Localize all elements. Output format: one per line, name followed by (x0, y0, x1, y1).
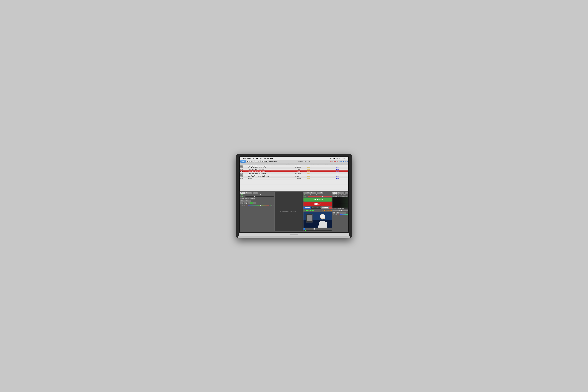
table-row[interactable]: Take 01_A LM_EP06_Randal-Casaer_NL... 00… (240, 165, 348, 167)
speed-reverse-icon: ◀► (246, 204, 247, 206)
take-button[interactable]: Take (240, 178, 243, 179)
goto20-button[interactable]: Goto 20 (310, 192, 316, 194)
goto-out-button[interactable]: Goto Out (246, 200, 251, 202)
file-path: Us: > ST: > De: > On: > 03 LM_EP03_Krist… (332, 194, 348, 195)
fade-in-value: +0.00 (338, 208, 341, 209)
pause-button[interactable]: || (248, 202, 250, 204)
window-menu[interactable]: Window (264, 158, 269, 159)
slider1-track[interactable] (247, 194, 274, 195)
tab-main-right[interactable]: Main (332, 192, 337, 194)
laptop:  PlaybackPro Plus File Edit Window Help… (236, 154, 352, 238)
tab-geometry-left[interactable]: Geometry (245, 192, 252, 194)
goto30-button[interactable]: Goto 30 (316, 192, 323, 194)
play-button[interactable]: > (250, 202, 253, 204)
table-row[interactable]: Take 01_B LM_EP06_Randal-Casaer_NL... 00… (240, 167, 348, 169)
empty-playlist-rows (240, 180, 348, 191)
table-row[interactable]: Take 05 LM_EP02_Elvis-Peeters_NL_1 00:15… (240, 174, 348, 176)
tab-main-left[interactable]: Main (240, 192, 245, 194)
laptop-base (238, 236, 350, 238)
enable-audio-level-checkbox[interactable] (314, 228, 315, 230)
speed-minus1x: -1x (244, 204, 245, 206)
search-icon[interactable]: 🔍 (343, 158, 345, 159)
transport-center: Goto 10 Goto 20 Goto 30 +0.00 Freeze Tem… (304, 192, 332, 231)
col-title: Title (247, 163, 270, 165)
right-speed-slider[interactable] (340, 214, 348, 215)
table-row[interactable]: Take 02 LM_EP01_Bart-Van-Loo_NL 00:13:58… (240, 169, 348, 170)
enable-scrubber-checkbox[interactable] (304, 228, 305, 230)
link-temp-val: +0.00 (304, 194, 306, 195)
action-button[interactable]: Action ▾ (261, 160, 268, 163)
app-menu[interactable]: PlaybackPro Plus (243, 158, 254, 159)
take-return-button[interactable]: Take (return) (304, 198, 332, 202)
right-speed-minus1x: -1x (336, 214, 337, 215)
program-video (304, 212, 332, 228)
help-menu[interactable]: Help (270, 158, 273, 159)
goto-in-button[interactable]: Goto In (240, 200, 245, 202)
center-slider-track[interactable] (308, 196, 332, 197)
laptop-bottom (238, 233, 350, 236)
save-button[interactable]: Save (240, 160, 246, 163)
col-comment: Comment (270, 163, 286, 165)
tab-levels-left[interactable]: Levels (252, 192, 258, 194)
col-trt: TRT (295, 163, 306, 165)
slider-row-1: +0.00 ▲ (240, 194, 274, 196)
close-button[interactable]: Close (255, 160, 260, 163)
right-speed-rev-icon: <> (338, 214, 339, 215)
top-slider-center: +0.50 ▲ (304, 196, 332, 197)
fullscreen-button[interactable]: Fullscreen (246, 160, 254, 163)
scrubber-track[interactable] (304, 230, 332, 231)
edit-menu[interactable]: Edit (260, 158, 262, 159)
table-row[interactable]: Take 04 LM_EP04_Stefan-Hertmans_NL 00:14… (240, 172, 348, 174)
scrubber-row: Enable Scrubber Enable Audio Level (304, 228, 332, 230)
screen:  PlaybackPro Plus File Edit Window Help… (240, 157, 348, 232)
app-title: PlaybackPro Plus (298, 160, 310, 162)
kill-button[interactable]: Kill (esc) (304, 202, 332, 206)
playlist-header: # Title Comment Section TRT Loop Loop Du… (240, 163, 348, 165)
set-sync-button[interactable]: Set Sync (250, 198, 255, 200)
play-loop-button[interactable]: >//|| (244, 202, 248, 204)
file-menu[interactable]: File (256, 158, 258, 159)
fade-in-slider[interactable] (342, 208, 348, 209)
right-go-start-button[interactable]: |<| (332, 212, 336, 214)
set-in-button[interactable]: Set In (240, 198, 244, 200)
slider2-value: +0.00 (240, 196, 245, 197)
col-loop: Loop (306, 163, 312, 165)
go-start-button[interactable]: |<| (240, 202, 243, 204)
col-take (240, 163, 245, 165)
take-button[interactable]: Take (240, 169, 243, 170)
transport-right: Main Geometry Levels Us: > ST: > De: > O… (332, 192, 348, 231)
take-button[interactable]: Take (240, 174, 243, 176)
battery-icon: ▮▮▮ (332, 158, 335, 159)
enable-audio-label: Enable Audio Level (315, 228, 324, 230)
apple-logo-icon:  (241, 158, 241, 159)
table-row[interactable]: Take offworld 00:00:00:00 +0.00 ✓ +0.00 (240, 178, 348, 180)
playback-btns-row: |<| >//|| || > |>| (240, 202, 274, 204)
speed-slider[interactable] (248, 205, 269, 206)
menu-icon[interactable]: ☰ (346, 158, 347, 159)
slider-row-2: +0.00 (240, 196, 274, 197)
slider1-icon: ▲ (246, 194, 246, 196)
freeze-temp-label: Freeze Temp (307, 194, 313, 195)
table-row[interactable]: Take 06 LM_EP05_Lize-Spit_NL_OTNL_NEW 00… (240, 176, 348, 178)
right-preview-panel (332, 197, 348, 208)
file-name: 03 LM_EP03_Kristien-Dieltiens_NL_1 (332, 196, 348, 197)
go-end-button[interactable]: |>| (253, 202, 256, 204)
take-button[interactable]: Take (240, 166, 243, 167)
fade-row: Fade In +0.00 Fade Out +0.00 (332, 208, 348, 209)
network-setup-link[interactable]: Network Setup (339, 161, 348, 162)
table-row-active[interactable]: Take 03 LM_EP03_Kristien-Dieltiens_NL...… (240, 170, 348, 172)
right-play-loop-button[interactable]: >//|| (336, 212, 340, 214)
right-speed-minus8x: -8x (332, 214, 334, 215)
take-button[interactable]: Take (240, 176, 243, 178)
tab-geometry-right[interactable]: Geometry (337, 192, 344, 194)
slider2-track[interactable] (246, 196, 274, 197)
right-fr-rev-button[interactable]: <> (340, 212, 343, 214)
right-goto-in-button[interactable]: Goto In (332, 210, 348, 211)
goto10-button[interactable]: Goto 10 (304, 192, 310, 194)
take-button[interactable]: Take (240, 167, 243, 168)
take-button[interactable]: Take (240, 173, 243, 174)
right-go-end-button[interactable]: |>| (343, 212, 346, 214)
set-out-button[interactable]: Set Out (245, 198, 250, 200)
tab-levels-right[interactable]: Levels (345, 192, 348, 194)
take-button[interactable]: Take (240, 171, 243, 172)
